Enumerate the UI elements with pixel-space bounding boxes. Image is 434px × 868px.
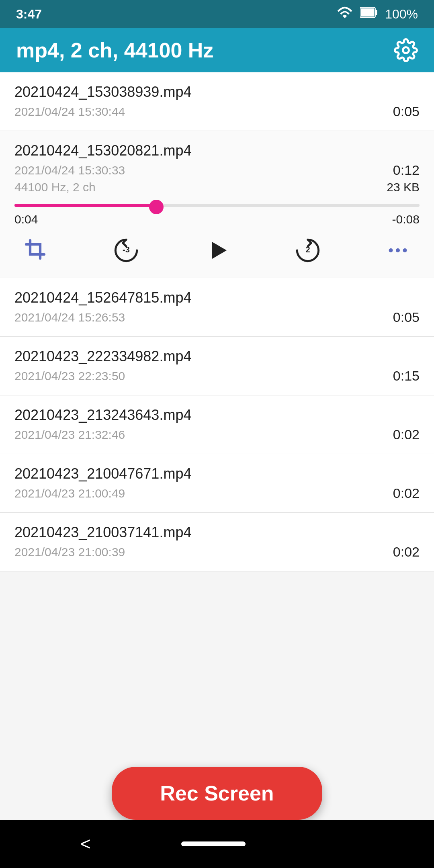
recording-date: 2021/04/23 21:32:46 [14,428,125,442]
list-item[interactable]: 20210424_153020821.mp4 2021/04/24 15:30:… [0,131,434,278]
recording-meta: 2021/04/24 15:26:53 0:05 [14,309,420,325]
svg-marker-5 [212,242,227,259]
list-item[interactable]: 20210423_213243643.mp4 2021/04/23 21:32:… [0,395,434,454]
recording-duration: 0:02 [393,485,420,501]
recording-meta: 2021/04/24 15:30:33 0:12 [14,162,420,178]
slider-fill [14,204,156,207]
recording-duration: 0:02 [393,544,420,560]
svg-rect-1 [361,8,375,16]
play-button[interactable] [203,236,231,265]
list-item[interactable]: 20210423_210037141.mp4 2021/04/23 21:00:… [0,513,434,571]
slider-time-remaining: -0:08 [392,213,420,226]
slider-track [14,204,420,207]
nav-home-pill[interactable] [181,841,246,846]
recording-duration: 0:02 [393,427,420,442]
recording-date: 2021/04/23 21:00:39 [14,545,125,559]
rec-screen-button[interactable]: Rec Screen [112,767,322,820]
slider-times: 0:04 -0:08 [14,213,420,226]
recording-filename: 20210423_210047671.mp4 [14,465,420,482]
recording-duration: 0:05 [393,309,420,325]
nav-back-button[interactable]: < [80,834,91,854]
status-icons: 100% [337,6,418,23]
recording-filename: 20210423_222334982.mp4 [14,348,420,365]
crop-button[interactable] [23,237,50,264]
recording-hz: 44100 Hz, 2 ch [14,180,96,194]
svg-point-3 [403,47,409,53]
recording-date: 2021/04/23 21:00:49 [14,487,125,500]
slider-thumb[interactable] [149,200,164,214]
recording-date: 2021/04/24 15:26:53 [14,311,125,324]
recording-filename: 20210424_153020821.mp4 [14,142,420,159]
recording-duration: 0:12 [393,162,420,178]
recording-filename: 20210424_153038939.mp4 [14,84,420,100]
recording-list: 20210424_153038939.mp4 2021/04/24 15:30:… [0,72,434,772]
recording-meta: 2021/04/23 21:32:46 0:02 [14,427,420,442]
svg-text:-3: -3 [123,245,130,254]
list-item[interactable]: 20210424_152647815.mp4 2021/04/24 15:26:… [0,278,434,337]
svg-point-8 [396,248,400,252]
rec-screen-area: Rec Screen [0,767,434,820]
status-bar: 3:47 100% [0,0,434,28]
playback-controls: -3 2 [14,234,420,266]
battery-icon [360,6,378,23]
more-options-button[interactable] [384,237,411,264]
recording-meta: 2021/04/24 15:30:44 0:05 [14,104,420,119]
playback-slider[interactable] [14,204,420,207]
app-header: mp4, 2 ch, 44100 Hz [0,28,434,72]
recording-info: 44100 Hz, 2 ch 23 KB [14,180,420,194]
svg-rect-2 [375,10,377,15]
recording-duration: 0:05 [393,104,420,119]
recording-meta: 2021/04/23 22:23:50 0:15 [14,368,420,384]
recording-date: 2021/04/24 15:30:33 [14,164,125,177]
settings-icon[interactable] [394,38,418,62]
recording-filename: 20210423_213243643.mp4 [14,407,420,424]
slider-time-current: 0:04 [14,213,38,226]
svg-text:2: 2 [305,245,310,254]
recording-meta: 2021/04/23 21:00:39 0:02 [14,544,420,560]
list-item[interactable]: 20210424_153038939.mp4 2021/04/24 15:30:… [0,72,434,131]
rewind-button[interactable]: -3 [110,234,142,266]
svg-point-7 [389,248,393,252]
recording-duration: 0:15 [393,368,420,384]
list-item[interactable]: 20210423_210047671.mp4 2021/04/23 21:00:… [0,454,434,513]
header-title: mp4, 2 ch, 44100 Hz [16,38,213,62]
status-time: 3:47 [16,7,42,22]
recording-date: 2021/04/23 22:23:50 [14,369,125,383]
recording-size: 23 KB [387,180,420,194]
battery-percent: 100% [385,7,418,22]
recording-meta: 2021/04/23 21:00:49 0:02 [14,485,420,501]
nav-bar: < [0,820,434,868]
list-item[interactable]: 20210423_222334982.mp4 2021/04/23 22:23:… [0,337,434,395]
forward-button[interactable]: 2 [292,234,324,266]
wifi-icon [337,6,353,23]
recording-date: 2021/04/24 15:30:44 [14,105,125,119]
recording-filename: 20210423_210037141.mp4 [14,524,420,541]
svg-point-9 [403,248,407,252]
recording-filename: 20210424_152647815.mp4 [14,289,420,306]
